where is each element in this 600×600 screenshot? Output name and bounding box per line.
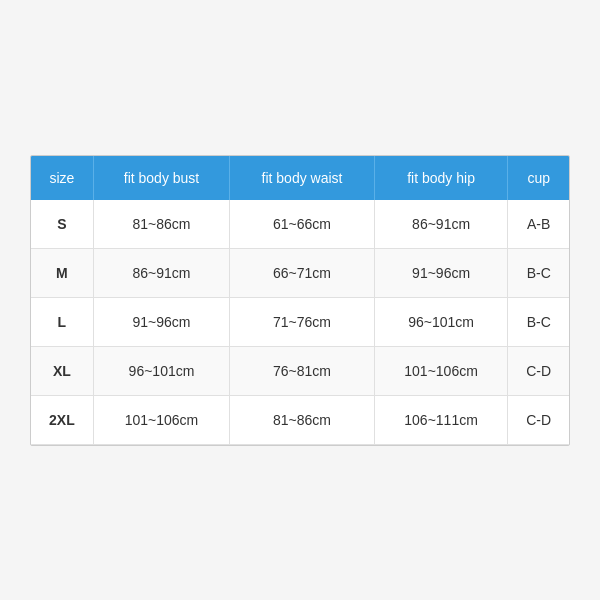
cell-cup: B-C [508,248,569,297]
cell-cup: B-C [508,297,569,346]
cell-bust: 86~91cm [93,248,230,297]
cell-bust: 81~86cm [93,200,230,249]
cell-cup: C-D [508,346,569,395]
cell-hip: 86~91cm [374,200,508,249]
size-chart-container: size fit body bust fit body waist fit bo… [30,155,570,446]
cell-waist: 61~66cm [230,200,375,249]
cell-cup: A-B [508,200,569,249]
cell-bust: 96~101cm [93,346,230,395]
cell-hip: 91~96cm [374,248,508,297]
table-header-row: size fit body bust fit body waist fit bo… [31,156,569,200]
cell-hip: 96~101cm [374,297,508,346]
cell-bust: 101~106cm [93,395,230,444]
cell-waist: 81~86cm [230,395,375,444]
cell-size: XL [31,346,93,395]
cell-waist: 76~81cm [230,346,375,395]
header-hip: fit body hip [374,156,508,200]
header-bust: fit body bust [93,156,230,200]
cell-size: L [31,297,93,346]
header-size: size [31,156,93,200]
cell-bust: 91~96cm [93,297,230,346]
table-row: M86~91cm66~71cm91~96cmB-C [31,248,569,297]
cell-cup: C-D [508,395,569,444]
table-row: 2XL101~106cm81~86cm106~111cmC-D [31,395,569,444]
table-row: L91~96cm71~76cm96~101cmB-C [31,297,569,346]
cell-waist: 71~76cm [230,297,375,346]
size-chart-table: size fit body bust fit body waist fit bo… [31,156,569,445]
cell-size: S [31,200,93,249]
cell-size: 2XL [31,395,93,444]
cell-hip: 106~111cm [374,395,508,444]
cell-size: M [31,248,93,297]
header-waist: fit body waist [230,156,375,200]
table-row: S81~86cm61~66cm86~91cmA-B [31,200,569,249]
table-row: XL96~101cm76~81cm101~106cmC-D [31,346,569,395]
cell-hip: 101~106cm [374,346,508,395]
header-cup: cup [508,156,569,200]
cell-waist: 66~71cm [230,248,375,297]
